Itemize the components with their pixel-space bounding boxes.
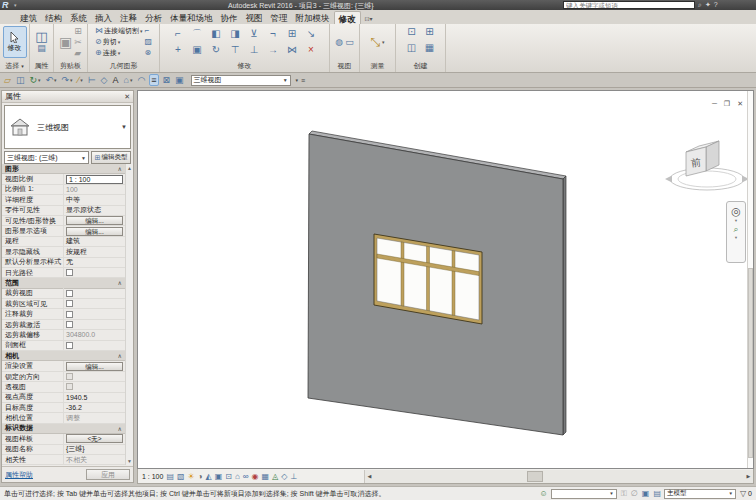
measure-icon[interactable]: ∕▾	[77, 74, 84, 86]
hide-elements-icon[interactable]: ▭	[345, 37, 354, 47]
shadows-icon[interactable]: ◑	[198, 470, 203, 483]
ribbon-tab[interactable]: 建筑	[16, 11, 41, 24]
measure-tool-icon[interactable]: ⤡	[370, 37, 380, 47]
property-section-header[interactable]: 标识数据∧	[2, 424, 125, 434]
show-rendering-dialog-icon[interactable]: ◭	[206, 470, 212, 483]
crop-view-icon[interactable]: ▣	[215, 470, 223, 483]
split-element-icon[interactable]: ⊻	[245, 26, 264, 42]
property-checkbox[interactable]	[66, 311, 73, 318]
active-only-icon[interactable]: ▤	[653, 489, 661, 498]
pin-icon[interactable]: ∧	[118, 352, 122, 359]
create-similar-icon[interactable]: ⊞	[421, 24, 439, 40]
visual-style-icon[interactable]: ▧	[177, 470, 185, 483]
property-value[interactable]: 无	[66, 257, 73, 267]
view-restore-icon[interactable]: ❐	[724, 100, 730, 108]
horizontal-scrollbar-thumb[interactable]	[527, 471, 543, 482]
property-edit-button[interactable]: 编辑...	[66, 216, 123, 225]
property-edit-button[interactable]: <无>	[66, 434, 123, 443]
ribbon-tab[interactable]: 结构	[41, 11, 66, 24]
type-selector[interactable]: 三维视图 ▼	[4, 105, 131, 149]
create-parts-icon[interactable]: ◫	[403, 40, 421, 56]
ribbon-tab[interactable]: 体量和场地	[166, 11, 217, 24]
copy-to-clipboard-icon[interactable]: ⊞	[74, 26, 82, 36]
ribbon-tab[interactable]: 系统	[66, 11, 91, 24]
offset-icon[interactable]: ⌒	[188, 26, 207, 42]
trim-extend-icon[interactable]: ¬	[264, 26, 283, 42]
move-icon[interactable]: +	[169, 42, 188, 58]
cope-icon[interactable]: ⌐	[144, 26, 152, 36]
scroll-down-icon[interactable]: ▼	[127, 458, 132, 464]
property-value[interactable]: 建筑	[66, 236, 80, 246]
chevron-down-icon[interactable]: ▼	[121, 124, 127, 130]
create-group-icon[interactable]: ⊡	[403, 24, 421, 40]
help-search-input[interactable]	[563, 1, 695, 9]
geometry-tool[interactable]: ⊘剪切▾	[95, 37, 143, 48]
panel-label-select[interactable]: 选择 ▾	[0, 61, 29, 71]
pin-icon[interactable]: ⊤	[226, 42, 245, 58]
aligned-dimension-icon[interactable]: ⊢	[87, 74, 97, 86]
match-type-icon[interactable]: →	[264, 42, 283, 58]
cut-icon[interactable]: ✂	[74, 37, 82, 47]
open-icon[interactable]: ▱	[3, 74, 12, 86]
design-options-icon[interactable]: ▣	[642, 489, 650, 498]
gray-inactive-worksets-icon[interactable]: ∅	[631, 489, 638, 498]
text-icon[interactable]: A	[111, 74, 119, 86]
show-crop-region-icon[interactable]: ⊡	[225, 470, 232, 483]
drawing-area[interactable]: ─ ❐ ✕ 前 ◎ ▼ ⌕ ▼	[137, 90, 754, 469]
mirror-draw-axis-icon[interactable]: ◨	[226, 26, 245, 42]
pin-icon[interactable]: ∧	[118, 279, 122, 286]
design-options-combo[interactable]: 主模型 ▼	[664, 489, 736, 499]
scroll-left-icon[interactable]: ◀	[365, 473, 374, 479]
property-edit-button[interactable]: 编辑...	[66, 362, 123, 371]
create-assembly-icon[interactable]: ▦	[421, 40, 439, 56]
detail-level-icon[interactable]: ▤	[166, 470, 174, 483]
ribbon-tab[interactable]: 注释	[116, 11, 141, 24]
property-value[interactable]: 1940.5	[66, 394, 87, 401]
ribbon-tab[interactable]: 视图	[242, 11, 267, 24]
revit-logo-icon[interactable]: R	[0, 0, 14, 10]
property-checkbox[interactable]	[66, 342, 73, 349]
vertical-scrollbar[interactable]	[747, 91, 753, 468]
wall-side-face[interactable]	[563, 176, 566, 435]
worksets-combo[interactable]: ▼	[551, 489, 617, 499]
copy-icon[interactable]: ▣	[188, 42, 207, 58]
property-section-header[interactable]: 范围∧	[2, 278, 125, 288]
show-analytical-model-icon[interactable]: ◬	[272, 470, 278, 483]
demolish-icon[interactable]: ⊗	[144, 48, 152, 58]
rotate-icon[interactable]: ↻	[207, 42, 226, 58]
mirror-pick-axis-icon[interactable]: ◧	[207, 26, 226, 42]
ribbon-tab[interactable]: 管理	[267, 11, 292, 24]
property-checkbox[interactable]	[66, 269, 73, 276]
unpin-icon[interactable]: ⊥	[245, 42, 264, 58]
delete-icon[interactable]: ×	[302, 42, 321, 58]
measure-caret-icon[interactable]: ▾	[382, 39, 385, 45]
save-icon[interactable]: ◫	[15, 74, 26, 86]
tag-icon[interactable]: ◇	[100, 74, 109, 86]
close-icon[interactable]: ✕	[124, 93, 130, 101]
property-checkbox[interactable]	[66, 290, 73, 297]
undo-icon[interactable]: ↶▾	[45, 74, 58, 86]
view-close-icon[interactable]: ✕	[737, 100, 743, 108]
default-3d-view-icon[interactable]: ⌂▾	[122, 74, 133, 86]
unlocked-3d-view-icon[interactable]: ⌂	[235, 470, 240, 483]
array-icon[interactable]: ⊞	[283, 26, 302, 42]
pin-icon[interactable]: ∧	[118, 425, 122, 432]
scale-icon[interactable]: ↘	[302, 26, 321, 42]
ribbon-tab[interactable]: 附加模块	[292, 11, 334, 24]
property-value[interactable]: -36.2	[66, 404, 82, 411]
paste-icon[interactable]: ▣	[59, 37, 72, 47]
property-value[interactable]: {三维}	[66, 444, 85, 454]
modify-tool-button[interactable]: 修改	[3, 26, 27, 58]
logo-caret-icon[interactable]: ▾	[14, 2, 17, 8]
scroll-up-icon[interactable]: ▲	[127, 165, 132, 171]
join-icon[interactable]: ⋈	[283, 42, 302, 58]
property-section-header[interactable]: 图形∧	[2, 164, 125, 174]
ribbon-tab[interactable]: 插入	[91, 11, 116, 24]
worksets-icon[interactable]: ☺	[540, 489, 548, 498]
ribbon-tab[interactable]: 修改	[334, 11, 361, 24]
editable-only-icon[interactable]: ⚿	[621, 489, 627, 499]
close-hidden-windows-icon[interactable]: ⊠	[162, 74, 172, 86]
lightbulb-icon[interactable]: ◍	[335, 37, 343, 47]
edit-type-button[interactable]: ⊞ 编辑类型	[91, 151, 131, 164]
tab-expander-icon[interactable]: ⊡▾	[365, 15, 373, 24]
